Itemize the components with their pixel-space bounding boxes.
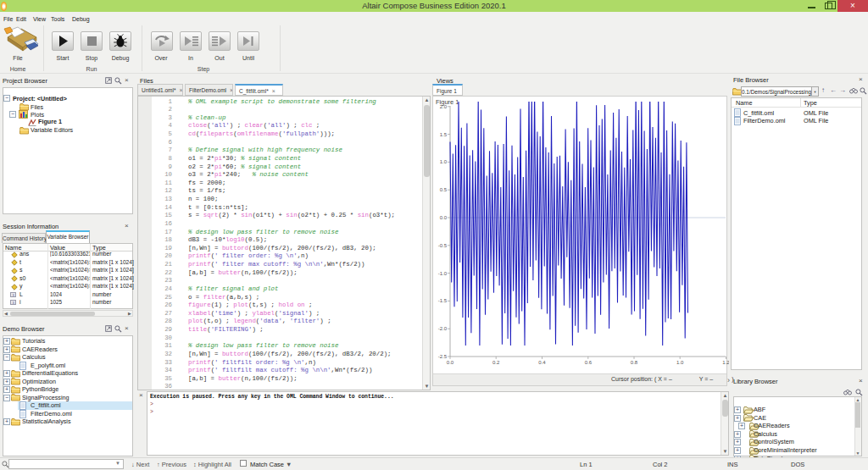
svg-text:-1.0: -1.0: [438, 271, 448, 276]
svg-text:-2.5: -2.5: [438, 354, 448, 359]
svg-text:-2.0: -2.0: [438, 326, 448, 331]
svg-text:0.2: 0.2: [492, 360, 500, 365]
svg-text:1.5: 1.5: [440, 132, 448, 137]
svg-text:1.0: 1.0: [676, 360, 684, 365]
svg-text:0.5: 0.5: [440, 187, 448, 192]
svg-text:-1.5: -1.5: [438, 298, 448, 303]
svg-text:0.0: 0.0: [440, 215, 448, 220]
svg-text:1.2: 1.2: [722, 360, 729, 365]
svg-text:0.6: 0.6: [585, 360, 593, 365]
svg-text:0.4: 0.4: [538, 360, 546, 365]
svg-text:0.0: 0.0: [447, 360, 454, 365]
svg-text:0.8: 0.8: [631, 360, 638, 365]
svg-text:-0.5: -0.5: [438, 243, 448, 248]
svg-text:1.0: 1.0: [440, 159, 448, 164]
svg-text:2.0: 2.0: [440, 104, 448, 109]
